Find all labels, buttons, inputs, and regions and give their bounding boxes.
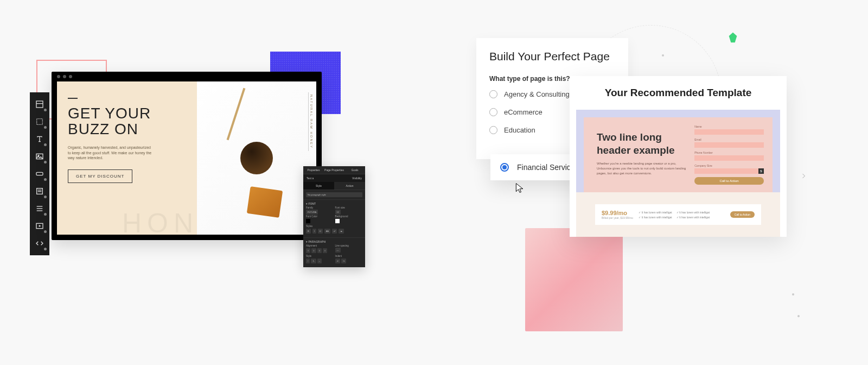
price-cta-button: Call to Action	[730, 211, 755, 218]
label-font-color: Font Color	[306, 215, 334, 218]
line-spacing-input[interactable]: —	[335, 248, 341, 253]
template-hero-heading: Two line long header example	[597, 131, 687, 157]
svg-rect-0	[36, 101, 43, 108]
editor-toolbar	[30, 92, 49, 255]
form-field-company	[694, 168, 764, 174]
section-font-header: FONT	[308, 202, 316, 205]
subtab-style[interactable]: Style	[303, 182, 334, 190]
radio-icon	[489, 90, 497, 98]
feature-item: ✓ It has lorem with intelligat	[639, 211, 672, 214]
radio-icon	[489, 126, 497, 134]
hero-image-section: NATURAL RAW HONEY	[197, 81, 316, 235]
template-pricing-preview: $9.99/mo Billed per year, $19.99/mo ✓ It…	[576, 192, 780, 237]
template-card-title: Your Recommended Template	[570, 76, 787, 110]
label-indent: Indent	[335, 255, 363, 257]
template-wizard-showcase: Build Your Perfect Page What type of pag…	[472, 22, 830, 348]
underline-icon[interactable]: U	[318, 229, 323, 234]
price-subtext: Billed per year, $19.99/mo	[602, 216, 633, 219]
code-tool-icon[interactable]	[32, 236, 47, 251]
radio-icon	[489, 108, 497, 116]
properties-panel: Properties Page Properties Goals Text a …	[303, 166, 365, 267]
subscript-icon[interactable]: x₂	[339, 229, 344, 234]
decorative-dot	[662, 54, 664, 56]
font-size-input[interactable]: 12	[335, 210, 341, 215]
superscript-icon[interactable]: x²	[332, 229, 337, 234]
font-family-select[interactable]: FUTURA	[306, 210, 318, 215]
svg-marker-14	[729, 33, 737, 42]
form-label-name: Name	[694, 125, 764, 128]
vertical-label: NATURAL RAW HONEY	[308, 92, 314, 151]
svg-rect-5	[36, 172, 43, 175]
tab-page-properties[interactable]: Page Properties	[324, 166, 344, 174]
label-styles: Styles	[306, 225, 362, 228]
hero-headline: GET YOURBUZZ ON	[68, 105, 186, 137]
bold-icon[interactable]: B	[306, 229, 311, 234]
subtab-action[interactable]: Action	[334, 182, 365, 190]
honey-jar-graphic	[240, 142, 273, 174]
window-controls	[57, 75, 72, 78]
form-label-email: Email	[694, 138, 764, 141]
number-list-icon[interactable]: 1.	[311, 259, 316, 263]
tab-properties[interactable]: Properties	[303, 166, 324, 174]
cursor-icon	[514, 182, 525, 196]
text-tool-icon[interactable]	[32, 131, 47, 147]
italic-icon[interactable]: I	[312, 229, 316, 234]
list-tool-icon[interactable]	[32, 201, 47, 216]
align-left-icon[interactable]: ≡	[306, 248, 310, 253]
honey-drip-graphic	[247, 186, 283, 218]
price-amount: $9.99/mo	[602, 210, 633, 216]
outdent-icon[interactable]: ⇤	[335, 259, 340, 263]
option-label: Education	[504, 126, 535, 134]
decorative-dot	[797, 315, 800, 317]
button-tool-icon[interactable]	[32, 166, 47, 181]
element-name: Text a	[307, 177, 314, 180]
form-label-company: Company Size	[694, 164, 764, 167]
form-tool-icon[interactable]	[32, 184, 47, 199]
svg-marker-13	[39, 225, 41, 227]
radio-selected-icon	[500, 163, 509, 172]
no-list-icon[interactable]: –	[317, 259, 322, 263]
container-tool-icon[interactable]	[32, 114, 47, 129]
next-template-button[interactable]	[796, 168, 811, 184]
form-field-name	[694, 129, 764, 135]
label-alignment: Alignment	[306, 244, 334, 247]
font-color-swatch[interactable]	[306, 219, 310, 223]
template-hero-preview: Two line long header example Whether you…	[576, 110, 780, 192]
align-center-icon[interactable]: ≡	[311, 248, 316, 253]
recommended-template-card: Your Recommended Template Two line long …	[570, 76, 787, 237]
hero-cta-button[interactable]: GET MY DISCOUNT	[68, 169, 132, 183]
panel-title: Build Your Perfect Page	[489, 50, 615, 63]
hero-copy-section: GET YOURBUZZ ON Organic, humanely harves…	[57, 81, 197, 235]
indent-icon[interactable]: ⇥	[341, 259, 346, 263]
align-justify-icon[interactable]: ≡	[323, 248, 327, 253]
decorative-dot	[792, 293, 794, 295]
hero-body-text: Organic, humanely harvested, and unpaste…	[68, 145, 155, 161]
template-hero-body: Whether you're a newbie landing page cre…	[597, 161, 687, 176]
align-right-icon[interactable]: ≡	[317, 248, 322, 253]
label-background: Background	[335, 215, 363, 218]
form-label-phone: Phone Number	[694, 151, 764, 154]
bg-color-swatch[interactable]	[335, 219, 340, 223]
svg-rect-2	[37, 119, 43, 125]
feature-item: ✓ It has lorem with intelligat	[639, 216, 672, 219]
visibility-toggle[interactable]: Visibility	[352, 177, 362, 180]
option-label: Agency & Consulting	[504, 90, 570, 98]
uppercase-icon[interactable]: AA	[324, 229, 330, 234]
form-cta-button: Call to Action	[694, 177, 764, 185]
label-family: Family	[306, 206, 334, 209]
gem-icon	[727, 32, 739, 46]
page-canvas: GET YOURBUZZ ON Organic, humanely harves…	[57, 81, 316, 235]
image-tool-icon[interactable]	[32, 149, 47, 164]
feature-item: ✓ It has lorem with intelligat	[676, 216, 710, 219]
paragraph-style-select[interactable]: No paragraph style	[306, 192, 362, 197]
section-tool-icon[interactable]	[32, 97, 47, 112]
label-line-spacing: Line spacing	[335, 244, 363, 247]
form-field-email	[694, 142, 764, 148]
editor-showcase: ⟳ GET YOURBUZZ ON Organic, humanely harv…	[30, 54, 366, 293]
tab-goals[interactable]: Goals	[344, 166, 365, 174]
accent-dash	[68, 98, 78, 99]
decorative-pink-texture	[525, 228, 623, 331]
bullet-list-icon[interactable]: •	[306, 259, 310, 263]
video-tool-icon[interactable]	[32, 218, 47, 234]
section-paragraph-header: PARAGRAPH	[308, 240, 326, 243]
